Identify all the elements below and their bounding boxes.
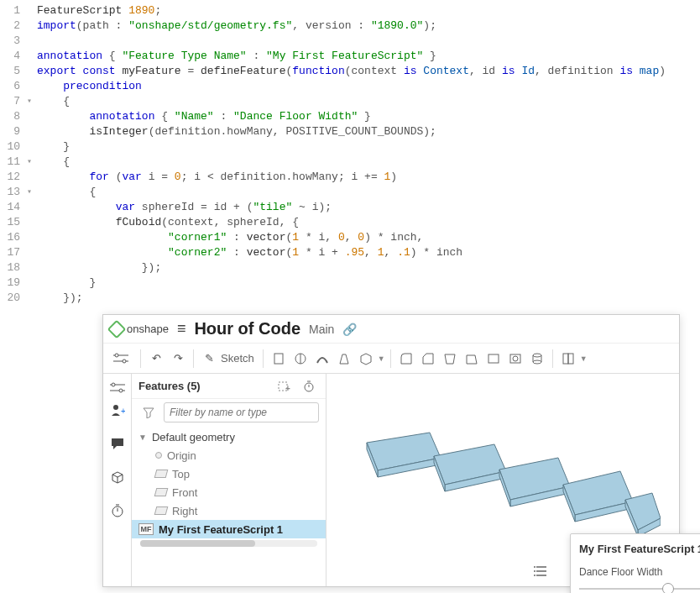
toolbar: ↶ ↷ ✎ Sketch ▼ ▼ <box>103 344 679 374</box>
code-line[interactable]: 8 annotation { "Name" : "Dance Floor Wid… <box>0 109 700 124</box>
slider-thumb[interactable] <box>662 583 674 593</box>
code-line[interactable]: 7▾ { <box>0 94 700 109</box>
filter-input[interactable] <box>164 402 319 422</box>
link-icon[interactable]: 🔗 <box>342 323 357 336</box>
svg-rect-10 <box>568 354 573 364</box>
code-line[interactable]: 19 } <box>0 276 700 291</box>
svg-point-11 <box>113 405 118 410</box>
rib-icon[interactable] <box>483 349 504 369</box>
dialog-title: My First FeatureScript 1 <box>579 543 700 555</box>
settings-icon[interactable] <box>107 349 135 369</box>
tree-item-origin[interactable]: Origin <box>132 446 326 464</box>
feature-tag: MF <box>138 523 154 535</box>
rollback-timer-icon[interactable] <box>299 376 319 396</box>
svg-rect-4 <box>488 354 499 363</box>
menu-icon[interactable]: ≡ <box>177 320 186 338</box>
plane-icon <box>154 470 169 478</box>
logo-icon <box>107 319 127 338</box>
filter-icon[interactable] <box>138 402 159 422</box>
sweep-icon[interactable] <box>312 349 332 369</box>
insert-icon[interactable]: + <box>274 376 294 396</box>
chamfer-icon[interactable] <box>418 349 438 369</box>
svg-point-14 <box>112 383 115 386</box>
code-line[interactable]: 12 for (var i = 0; i < definition.howMan… <box>0 170 700 185</box>
timer-icon[interactable] <box>110 503 125 522</box>
tree-item-front[interactable]: Front <box>132 483 326 501</box>
svg-rect-2 <box>274 354 283 364</box>
tree-scrollbar[interactable] <box>140 540 317 547</box>
code-line[interactable]: 1FeatureScript 1890; <box>0 3 700 18</box>
draft-icon[interactable] <box>440 349 460 369</box>
thicken-icon[interactable] <box>356 349 376 369</box>
code-line[interactable]: 15 fCuboid(context, sphereId, { <box>0 215 700 230</box>
code-line[interactable]: 9 isInteger(definition.howMany, POSITIVE… <box>0 124 700 139</box>
code-line[interactable]: 20 }); <box>0 291 700 306</box>
model-tiles <box>350 424 661 550</box>
svg-point-0 <box>115 354 118 357</box>
code-line[interactable]: 2import(path : "onshape/std/geometry.fs"… <box>0 18 700 34</box>
svg-point-8 <box>533 360 541 364</box>
origin-icon <box>155 452 162 459</box>
sketch-pencil-icon[interactable]: ✎ <box>199 349 219 369</box>
branch-label[interactable]: Main <box>309 323 334 336</box>
chat-icon[interactable] <box>110 436 125 454</box>
loft-icon[interactable] <box>334 349 354 369</box>
plane-icon <box>154 488 169 496</box>
fillet-icon[interactable] <box>396 349 416 369</box>
tree-group-default-geometry[interactable]: ▼ Default geometry <box>132 428 326 446</box>
tree-item-my-first-featurescript[interactable]: MF My First FeatureScript 1 <box>132 520 326 538</box>
svg-point-1 <box>123 359 126 363</box>
code-line[interactable]: 13▾ { <box>0 185 700 200</box>
chevron-down-icon: ▼ <box>138 433 147 442</box>
list-view-icon[interactable] <box>534 564 549 581</box>
code-line[interactable]: 10 } <box>0 139 700 155</box>
svg-rect-9 <box>563 354 568 364</box>
svg-point-15 <box>119 389 123 392</box>
code-line[interactable]: 16 "corner1" : vector(1 * i, 0, 0) * inc… <box>0 230 700 245</box>
param-slider[interactable] <box>579 583 700 593</box>
document-title[interactable]: Hour of Code <box>194 319 300 338</box>
feature-label: My First FeatureScript 1 <box>159 523 283 536</box>
pattern-icon[interactable] <box>527 349 547 369</box>
code-line[interactable]: 11▾ { <box>0 155 700 170</box>
svg-point-21 <box>534 575 535 576</box>
code-editor[interactable]: 1FeatureScript 1890;2import(path : "onsh… <box>0 0 700 309</box>
left-rail: + <box>103 374 132 586</box>
revolve-icon[interactable] <box>290 349 311 369</box>
features-title: Features (5) <box>138 380 201 392</box>
svg-text:+: + <box>121 407 125 416</box>
3d-viewport[interactable]: My First FeatureScript 1 ✓ ✕ Dance Floor… <box>326 374 679 586</box>
rail-settings-icon[interactable] <box>103 374 132 402</box>
cube-icon[interactable] <box>110 470 125 488</box>
code-line[interactable]: 4annotation { "Feature Type Name" : "My … <box>0 49 700 64</box>
chevron-down-icon[interactable]: ▼ <box>580 354 588 363</box>
svg-point-19 <box>534 566 535 568</box>
add-person-icon[interactable]: + <box>110 402 125 421</box>
code-line[interactable]: 18 }); <box>0 260 700 276</box>
shell-icon[interactable] <box>462 349 482 369</box>
plane-icon <box>154 506 169 515</box>
code-line[interactable]: 14 var sphereId = id + ("tile" ~ i); <box>0 200 700 215</box>
code-line[interactable]: 5export const myFeature = defineFeature(… <box>0 64 700 79</box>
svg-point-20 <box>534 570 535 572</box>
onshape-window: onshape ≡ Hour of Code Main 🔗 ↶ ↷ ✎ Sket… <box>102 314 680 587</box>
chevron-down-icon[interactable]: ▼ <box>378 354 385 363</box>
code-line[interactable]: 6 precondition <box>0 79 700 94</box>
svg-point-7 <box>533 354 541 357</box>
undo-button[interactable]: ↶ <box>146 349 166 369</box>
tree-item-top[interactable]: Top <box>132 464 326 483</box>
svg-text:+: + <box>285 384 290 393</box>
tree-group-label: Default geometry <box>152 431 235 443</box>
extrude-icon[interactable] <box>269 349 289 369</box>
code-line[interactable]: 17 "corner2" : vector(1 * i + .95, 1, .1… <box>0 245 700 260</box>
redo-button[interactable]: ↷ <box>168 349 188 369</box>
hole-icon[interactable] <box>505 349 525 369</box>
brand-logo: onshape <box>110 323 169 336</box>
app-header: onshape ≡ Hour of Code Main 🔗 <box>103 315 679 344</box>
section-icon[interactable] <box>558 349 578 369</box>
features-header: Features (5) + <box>132 374 326 399</box>
tree-item-right[interactable]: Right <box>132 501 326 520</box>
feature-tree[interactable]: ▼ Default geometry Origin Top Front Righ… <box>132 426 326 557</box>
code-line[interactable]: 3 <box>0 34 700 49</box>
sketch-label[interactable]: Sketch <box>221 352 254 365</box>
